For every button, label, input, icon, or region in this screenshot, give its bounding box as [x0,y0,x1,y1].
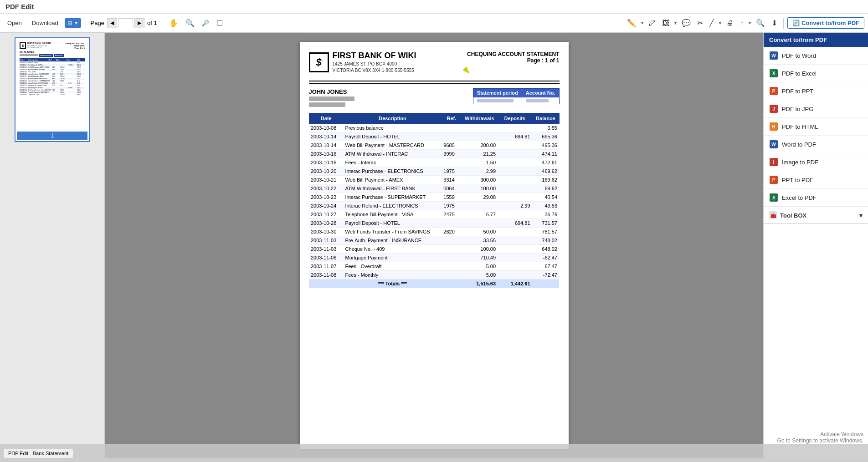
pdf-page: $ FIRST BANK OF WIKI 1425 JAMES ST, PO B… [300,42,569,449]
convert-item[interactable]: WWord to PDF [764,136,868,153]
table-cell: Interac Refund - ELECTRONICS [344,201,442,210]
convert-item[interactable]: PPDF to PPT [764,82,868,100]
download2-btn[interactable]: ⬇ [769,17,780,29]
thumb-page-label: 1 [17,132,87,140]
table-cell [498,123,532,132]
convert-item[interactable]: WPDF to Word [764,47,868,65]
table-cell [462,218,498,227]
zoom-in-btn[interactable]: 🔍 [183,17,197,29]
total-cell [309,279,344,288]
table-cell [442,244,461,253]
table-cell: ATM Withdrawal - FIRST BANK [344,184,442,193]
table-cell: 6.77 [462,210,498,218]
table-cell [442,236,461,244]
table-cell: 781.57 [532,227,559,236]
table-cell: 5.00 [462,262,498,270]
convert-item[interactable]: XPDF to Excel [764,65,868,82]
table-cell: Web Bill Payment - MASTERCARD [344,141,442,149]
table-cell: 2003-11-06 [309,253,344,262]
table-row: 2003-10-28Payroll Deposit - HOTEL694.817… [309,218,559,227]
table-cell [498,175,532,184]
convert-item[interactable]: XExcel to PDF [764,189,868,207]
table-row: 2003-10-16ATM Withdrawal - INTERAC399021… [309,149,559,158]
redacted-2 [309,102,345,107]
table-cell [498,167,532,175]
annotation-dropdown[interactable]: ▼ [640,21,644,25]
table-cell: 2003-10-22 [309,184,344,193]
convert-to-from-btn[interactable]: 🔄 Convert to/from PDF [787,17,864,29]
thumbnail-1[interactable]: $ FIRST BANK OF WIKI 1425 JAMES ST, PO B… [15,37,90,142]
table-row: 2003-10-16Fees - Interac1.50472.61 [309,158,559,167]
table-row: 2003-10-14Web Bill Payment - MASTERCARD9… [309,141,559,149]
table-cell: Fees - Monthly [344,270,442,279]
page-next-btn[interactable]: ▶ [134,18,144,28]
table-cell: ATM Withdrawal - INTERAC [344,149,442,158]
table-row: 2003-11-03Pre-Auth. Payment - INSURANCE3… [309,236,559,244]
redacted-1 [309,96,354,101]
th-withdrawals: Withdrawals [462,113,498,123]
line-dropdown[interactable]: ▼ [718,21,722,25]
comment-btn[interactable]: 💬 [679,17,693,29]
table-cell: 5.00 [462,270,498,279]
toolbox-header[interactable]: 🧰 Tool BOX ▾ [764,207,868,224]
table-cell: 1975 [442,201,461,210]
pdf-viewer[interactable]: $ FIRST BANK OF WIKI 1425 JAMES ST, PO B… [105,33,763,458]
download-button[interactable]: Download [28,18,62,28]
annotation-btn[interactable]: ✏️ [625,17,638,29]
page-prev-btn[interactable]: ◀ [107,18,117,28]
bank-header: $ FIRST BANK OF WIKI 1425 JAMES ST, PO B… [309,51,560,74]
account-no-value [522,97,559,104]
image-insert-btn[interactable]: 🖼 [660,18,672,29]
zoom-out-btn[interactable]: 🔎 [200,18,211,28]
statement-title-area: CHEQUING ACCOUNT STATEMENT Page : 1 of 1 [467,51,559,64]
view-toggle[interactable]: ⊞ ▼ [65,18,81,28]
table-cell [442,218,461,227]
table-cell: Telephone Bill Payment - VISA [344,210,442,218]
header-line-2 [309,83,560,84]
share-btn[interactable]: ↑ [738,18,746,29]
table-cell: 43.53 [532,201,559,210]
table-cell: 29.08 [462,193,498,201]
share-dropdown[interactable]: ▼ [748,21,752,25]
fit-page-btn[interactable]: ☐ [214,17,225,29]
stamp-btn[interactable]: 🖊 [646,18,658,29]
transactions-table: Date Description Ref. Withdrawals Deposi… [309,113,560,288]
table-row: 2003-10-23Interac Purchase - SUPERMARKET… [309,193,559,201]
table-cell: -72.47 [532,270,559,279]
taskbar-item-pdf[interactable]: PDF Edit - Bank Statement [4,449,73,458]
table-cell: 474.11 [532,149,559,158]
th-ref: Ref. [442,113,461,123]
convert-item-label: PDF to HTML [782,123,818,130]
table-cell: 2003-10-24 [309,201,344,210]
table-cell: 694.81 [498,218,532,227]
table-cell: 695.36 [532,132,559,141]
table-cell: 21.25 [462,149,498,158]
convert-item-label: PDF to PPT [782,88,813,95]
convert-item[interactable]: IImage to PDF [764,153,868,171]
open-button[interactable]: Open [4,18,26,28]
toolbar: Open Download ⊞ ▼ Page ◀ 1 ▶ of 1 ✋ 🔍 🔎 … [0,14,868,33]
convert-item-label: Excel to PDF [782,194,817,201]
bank-info: FIRST BANK OF WIKI 1425 JAMES ST, PO BOX… [333,51,416,74]
account-holder: JOHN JONES [309,88,354,95]
page-input[interactable]: 1 [118,18,133,28]
convert-item[interactable]: PPPT to PDF [764,171,868,189]
crop-btn[interactable]: ✂ [695,17,705,29]
table-cell: 648.02 [532,244,559,253]
hand-tool-btn[interactable]: ✋ [167,17,180,29]
page-label: Page [91,20,104,26]
print-btn[interactable]: 🖨 [724,18,736,29]
table-cell: 731.57 [532,218,559,227]
line-btn[interactable]: ╱ [707,17,716,29]
table-row: 2003-11-03Cheque No. - 409100.00648.02 [309,244,559,253]
convert-item[interactable]: HPDF to HTML [764,118,868,136]
table-cell: Web Bill Payment - AMEX [344,175,442,184]
table-cell: 1559 [442,193,461,201]
table-row: 2003-10-30Web Funds Transfer - From SAVI… [309,227,559,236]
image-dropdown[interactable]: ▼ [673,21,678,25]
convert-item[interactable]: JPDF to JPG [764,100,868,118]
search-btn[interactable]: 🔍 [754,17,767,29]
table-cell: 40.54 [532,193,559,201]
table-cell: 0064 [442,184,461,193]
table-cell [498,270,532,279]
